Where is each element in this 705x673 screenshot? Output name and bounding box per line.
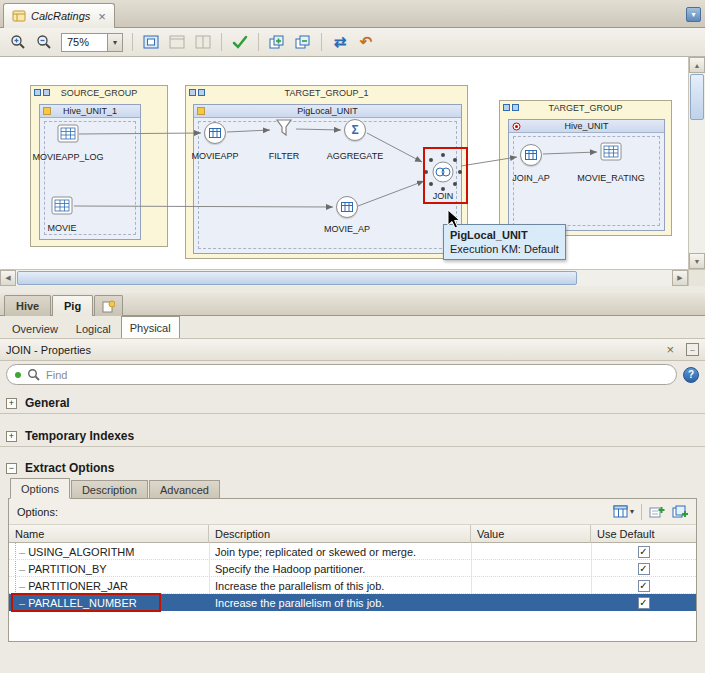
scroll-up-button[interactable]: ▲ — [689, 57, 705, 73]
node-movie[interactable] — [51, 196, 73, 215]
node-join-ap-label: JOIN_AP — [501, 173, 561, 183]
group-target-header: TARGET_GROUP — [500, 101, 671, 115]
scroll-right-button[interactable]: ▶ — [672, 270, 688, 286]
tooltip-detail: Execution KM: Default — [450, 242, 559, 256]
duplicate-option-icon[interactable] — [672, 505, 688, 518]
option-name: PARTITIONER_JAR — [28, 580, 128, 592]
table-row-partitioner-jar[interactable]: –PARTITIONER_JAR Increase the parallelis… — [9, 577, 696, 594]
table-view-icon[interactable] — [613, 505, 628, 518]
expand-icon[interactable]: + — [6, 431, 17, 442]
tab-options[interactable]: Options — [10, 478, 70, 499]
column-header-description[interactable]: Description — [209, 525, 471, 543]
help-icon[interactable]: ? — [683, 367, 699, 383]
tab-logical[interactable]: Logical — [68, 319, 119, 338]
group-target[interactable]: TARGET_GROUP Hive_UNIT — [499, 100, 672, 236]
scroll-down-button[interactable]: ▼ — [689, 253, 705, 269]
new-deployment-tab-button[interactable] — [94, 295, 123, 316]
tab-physical-label: Physical — [130, 322, 171, 334]
tab-advanced[interactable]: Advanced — [149, 480, 220, 499]
toolbar-separator — [221, 33, 222, 51]
zoom-in-button[interactable] — [6, 31, 30, 53]
option-description: Increase the parallelism of this job. — [215, 577, 471, 594]
use-default-checkbox[interactable] — [638, 563, 650, 575]
find-field[interactable] — [6, 364, 677, 385]
group-target-1-title: TARGET_GROUP_1 — [186, 88, 467, 98]
annotation-highlight-join — [423, 147, 468, 204]
tab-hive[interactable]: Hive — [4, 295, 51, 316]
unit-hive-unit-1[interactable]: Hive_UNIT_1 — [39, 104, 141, 240]
tree-dash: – — [19, 546, 25, 558]
table-row-using-algorithm[interactable]: –USING_ALGORITHM Join type; replicated o… — [9, 543, 696, 560]
zoom-out-button[interactable] — [32, 31, 56, 53]
horizontal-scroll-thumb[interactable] — [17, 271, 577, 285]
node-movie-label: MOVIE — [42, 223, 82, 233]
divider — [0, 413, 705, 414]
table-view-dropdown-icon[interactable]: ▾ — [630, 507, 634, 516]
section-general[interactable]: + General — [0, 391, 705, 415]
execution-unit-tooltip: PigLocal_UNIT Execution KM: Default — [443, 224, 566, 260]
option-description: Join type; replicated or skewed or merge… — [215, 543, 471, 560]
scroll-left-button[interactable]: ◀ — [0, 270, 16, 286]
view-tabs: Overview Logical Physical — [0, 316, 705, 339]
use-default-checkbox[interactable] — [638, 597, 650, 609]
unit-hive-unit-header: Hive_UNIT — [509, 120, 664, 133]
undo-icon[interactable]: ↶ — [354, 31, 378, 53]
section-extract-options[interactable]: − Extract Options — [0, 456, 705, 480]
table-row-partition-by[interactable]: –PARTITION_BY Specify the Hadoop partiti… — [9, 560, 696, 577]
node-movieapp-log[interactable] — [57, 124, 79, 143]
tree-dash: – — [19, 580, 25, 592]
fit-diagram-button[interactable] — [139, 31, 163, 53]
tab-title: CalcRatings — [31, 10, 90, 22]
horizontal-scrollbar[interactable]: ◀ ▶ — [0, 269, 688, 286]
section-general-label: General — [25, 396, 70, 410]
close-properties-icon[interactable]: × — [666, 342, 674, 357]
diagram-toolbar: 75% ▾ ⇄ ↶ — [0, 28, 705, 57]
zoom-dropdown-icon[interactable]: ▾ — [107, 34, 122, 51]
tab-description[interactable]: Description — [71, 480, 148, 499]
node-filter[interactable] — [274, 118, 294, 138]
use-default-checkbox[interactable] — [638, 546, 650, 558]
node-movie-rating[interactable] — [600, 142, 622, 161]
node-filter-label: FILTER — [264, 151, 304, 161]
zoom-level-combo[interactable]: 75% ▾ — [61, 33, 123, 52]
physical-diagram-canvas[interactable]: SOURCE_GROUP Hive_UNIT_1 TARGET_GROUP_1 … — [0, 57, 688, 269]
tab-physical[interactable]: Physical — [121, 316, 180, 338]
layout-button-disabled — [165, 31, 189, 53]
option-value[interactable] — [477, 543, 591, 560]
option-value[interactable] — [477, 560, 591, 577]
expand-all-button[interactable] — [265, 31, 289, 53]
column-header-use-default[interactable]: Use Default — [591, 525, 696, 543]
add-option-icon[interactable] — [649, 505, 665, 518]
options-label: Options: — [17, 506, 606, 518]
node-join-ap[interactable] — [520, 144, 542, 166]
tab-calcratings[interactable]: CalcRatings × — [3, 3, 115, 28]
node-aggregate[interactable]: Σ — [344, 119, 366, 141]
close-tab-icon[interactable]: × — [98, 10, 106, 23]
node-movieapp[interactable] — [204, 122, 226, 144]
tab-overview-label: Overview — [12, 323, 58, 335]
tab-description-label: Description — [82, 484, 137, 496]
vertical-scroll-thumb[interactable] — [690, 74, 704, 120]
synchronize-button[interactable]: ⇄ — [328, 31, 352, 53]
minimize-panel-icon[interactable]: – — [686, 343, 699, 356]
option-name: PARTITION_BY — [28, 563, 106, 575]
find-input[interactable] — [46, 369, 668, 381]
toolbar-separator — [321, 33, 322, 51]
expand-icon[interactable]: + — [6, 398, 17, 409]
node-movie-ap[interactable] — [336, 196, 358, 218]
tab-list-button[interactable]: ▾ — [686, 7, 701, 22]
vertical-scrollbar[interactable]: ▲ ▼ — [688, 57, 705, 269]
tooltip-title: PigLocal_UNIT — [450, 228, 559, 242]
validate-button[interactable] — [228, 31, 252, 53]
section-temporary-indexes-label: Temporary Indexes — [25, 429, 134, 443]
option-value[interactable] — [477, 577, 591, 594]
column-header-name[interactable]: Name — [9, 525, 209, 543]
option-value[interactable] — [477, 594, 591, 611]
collapse-icon[interactable]: − — [6, 463, 17, 474]
column-header-value[interactable]: Value — [471, 525, 591, 543]
collapse-all-button[interactable] — [291, 31, 315, 53]
section-temporary-indexes[interactable]: + Temporary Indexes — [0, 424, 705, 448]
tab-pig[interactable]: Pig — [52, 295, 93, 316]
tab-overview[interactable]: Overview — [4, 319, 66, 338]
use-default-checkbox[interactable] — [638, 580, 650, 592]
